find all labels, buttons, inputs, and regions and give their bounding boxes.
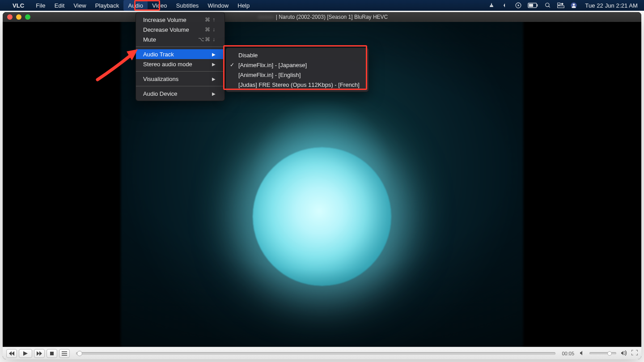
stop-button[interactable] (47, 349, 57, 358)
user-status-icon[interactable] (571, 2, 577, 9)
seek-slider[interactable] (76, 352, 555, 355)
volume-knob[interactable] (607, 351, 612, 356)
svg-point-9 (573, 4, 575, 6)
svg-point-7 (561, 3, 564, 5)
svg-rect-2 (529, 4, 533, 7)
chevron-right-icon: ▶ (212, 77, 216, 81)
play-pause-button[interactable] (19, 349, 32, 358)
window-titlebar[interactable]: ———| Naruto (2002-2003) [Season 1] BluRa… (3, 12, 641, 22)
status-icon[interactable] (501, 3, 509, 8)
control-center-icon[interactable] (557, 3, 564, 8)
menu-audio[interactable]: Audio (123, 0, 148, 11)
menubar-clock[interactable]: Tue 22 Jun 2:21 AM (585, 2, 638, 9)
seek-knob[interactable] (77, 351, 82, 356)
menu-window[interactable]: Window (203, 0, 233, 11)
track-option-japanese[interactable]: ✓ [AnimeFlix.in] - [Japanese] (226, 60, 369, 70)
track-option-disable[interactable]: Disable (226, 50, 369, 60)
menu-help[interactable]: Help (233, 0, 254, 11)
player-controls: 00:05 (3, 347, 641, 359)
volume-low-icon[interactable] (580, 350, 585, 357)
video-pillarbox (612, 22, 641, 347)
volume-high-icon[interactable] (621, 350, 627, 357)
menu-video[interactable]: Video (148, 0, 172, 11)
checkmark-icon: ✓ (230, 62, 234, 68)
now-playing-icon[interactable] (515, 2, 521, 9)
menu-item-audio-device[interactable]: Audio Device▶ (136, 89, 225, 98)
svg-rect-3 (537, 4, 538, 6)
rewind-button[interactable] (6, 349, 17, 358)
chevron-right-icon: ▶ (212, 52, 216, 57)
window-close-button[interactable] (7, 14, 13, 20)
spotlight-icon[interactable] (545, 2, 551, 9)
svg-rect-5 (557, 3, 560, 5)
menu-view[interactable]: View (69, 0, 90, 11)
menu-item-mute[interactable]: Mute⌥⌘ ↓ (136, 34, 225, 44)
menu-item-decrease-volume[interactable]: Decrease Volume⌘ ↓ (136, 25, 225, 34)
audio-track-submenu: Disable ✓ [AnimeFlix.in] - [Japanese] [A… (225, 47, 369, 92)
chevron-right-icon: ▶ (212, 62, 216, 67)
menu-playback[interactable]: Playback (91, 0, 124, 11)
menu-item-audio-track[interactable]: Audio Track▶ (136, 49, 225, 59)
track-option-french[interactable]: [Judas] FRE Stereo (Opus 112Kbps) - [Fre… (226, 80, 369, 89)
video-pillarbox (3, 22, 32, 347)
playlist-button[interactable] (59, 349, 70, 358)
battery-icon[interactable] (528, 3, 538, 8)
svg-point-4 (546, 3, 549, 7)
track-option-english[interactable]: [AnimeFlix.in] - [English] (226, 70, 369, 80)
window-title: ———| Naruto (2002-2003) [Season 1] BluRa… (3, 14, 641, 20)
svg-rect-6 (557, 6, 564, 8)
app-name[interactable]: VLC (13, 2, 24, 9)
audio-dropdown-menu: Increase Volume⌘ ↑ Decrease Volume⌘ ↓ Mu… (136, 12, 225, 101)
menu-file[interactable]: File (31, 0, 50, 11)
window-minimize-button[interactable] (16, 14, 21, 20)
volume-slider[interactable] (589, 352, 616, 354)
svg-rect-10 (50, 352, 54, 355)
menu-subtitles[interactable]: Subtitles (172, 0, 203, 11)
fast-forward-button[interactable] (34, 349, 45, 358)
macos-menubar: VLC File Edit View Playback Audio Video … (0, 0, 644, 11)
menu-item-stereo-mode[interactable]: Stereo audio mode▶ (136, 59, 225, 69)
fullscreen-button[interactable] (631, 350, 638, 357)
chevron-right-icon: ▶ (212, 91, 216, 96)
time-elapsed: 00:05 (562, 351, 574, 356)
menu-item-increase-volume[interactable]: Increase Volume⌘ ↑ (136, 15, 225, 25)
vlc-status-icon[interactable] (488, 2, 495, 9)
menu-edit[interactable]: Edit (50, 0, 69, 11)
window-zoom-button[interactable] (25, 14, 30, 20)
menu-item-visualizations[interactable]: Visualizations▶ (136, 74, 225, 84)
